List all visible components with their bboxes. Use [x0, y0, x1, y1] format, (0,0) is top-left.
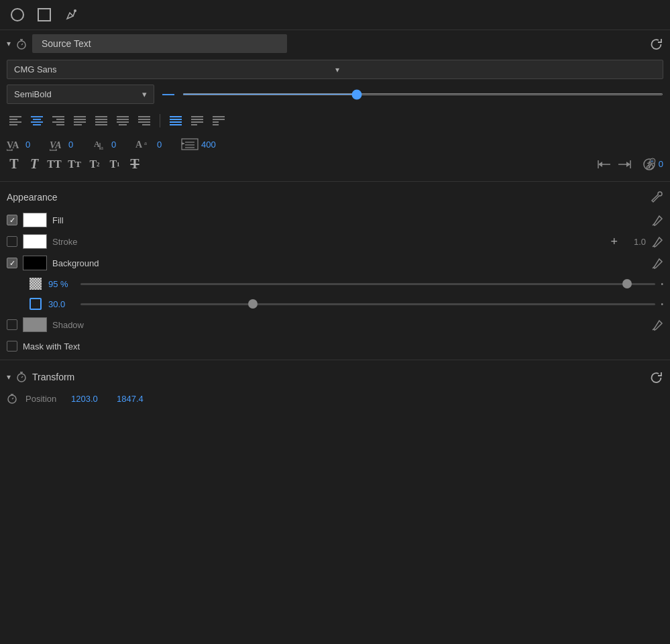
stroke-color-swatch[interactable] — [23, 234, 47, 249]
svg-text:a: a — [101, 144, 103, 151]
reset-icon[interactable] — [650, 36, 663, 50]
transform-section-header: ▾ Transform — [0, 363, 670, 390]
wrench-icon[interactable] — [650, 190, 663, 204]
font-style-chevron: ▾ — [142, 89, 147, 99]
mask-with-text-checkbox[interactable] — [7, 341, 17, 352]
align-left-button[interactable] — [7, 112, 24, 129]
corner-slider-track[interactable] — [80, 303, 655, 305]
stroke-checkbox[interactable] — [7, 236, 17, 247]
kerning-value[interactable]: 0 — [68, 140, 82, 150]
corner-slider-row: 30.0 • — [0, 294, 670, 314]
stopwatch-icon[interactable] — [16, 38, 27, 49]
baseline-value[interactable]: 0 — [111, 140, 125, 150]
fill-checkbox[interactable] — [7, 215, 17, 225]
ellipse-tool-icon[interactable] — [8, 5, 27, 24]
align-right-button[interactable] — [50, 112, 67, 129]
opacity-slider-track[interactable] — [80, 283, 655, 285]
opacity-icon[interactable] — [28, 276, 43, 291]
stroke-value[interactable]: 1.0 — [626, 237, 646, 247]
opacity-slider-options[interactable]: • — [661, 280, 663, 288]
background-row: Background — [0, 252, 670, 274]
font-family-row: CMG Sans ▾ — [0, 57, 670, 82]
glyph-value[interactable]: 0 — [659, 159, 663, 169]
indent-left-button[interactable] — [597, 158, 612, 170]
shadow-label: Shadow — [52, 320, 646, 330]
svg-text:A: A — [135, 140, 143, 150]
stroke-eyedropper[interactable] — [651, 235, 663, 248]
opacity-value[interactable]: 95 % — [48, 279, 75, 289]
scale-value[interactable]: 0 — [157, 140, 170, 150]
svg-line-83 — [21, 376, 23, 378]
corner-slider-options[interactable]: • — [661, 301, 663, 308]
position-label: Position — [25, 394, 66, 404]
shadow-eyedropper[interactable] — [651, 319, 663, 331]
corner-radius-icon[interactable] — [28, 297, 43, 311]
kerning-icon: VA — [50, 138, 66, 151]
tracking-value[interactable]: 0 — [25, 140, 39, 150]
transform-stopwatch-icon[interactable] — [16, 372, 27, 383]
size-minus-button[interactable]: — — [160, 87, 177, 101]
font-style-select[interactable]: SemiBold ▾ — [7, 85, 154, 104]
text-style-row: T T TT TT T2 T1 T あ + 0 — [0, 154, 670, 182]
font-family-chevron: ▾ — [335, 65, 657, 74]
text-style-strikethrough[interactable]: T — [127, 156, 142, 172]
text-style-regular[interactable]: T — [7, 156, 21, 172]
fill-color-swatch[interactable] — [23, 213, 47, 227]
corner-radius-value[interactable]: 30.0 — [48, 299, 75, 309]
svg-rect-60 — [182, 139, 198, 150]
corner-slider-thumb[interactable] — [248, 299, 258, 309]
indent-icon — [181, 138, 199, 151]
indent-value[interactable]: 400 — [201, 140, 221, 150]
font-size-slider[interactable] — [182, 93, 663, 95]
shadow-color-swatch[interactable] — [23, 317, 47, 332]
align-justify-button[interactable] — [71, 112, 89, 129]
align-last-line-button[interactable] — [210, 112, 227, 129]
indent-right-button[interactable] — [617, 158, 632, 170]
position-x-value[interactable]: 1203.0 — [71, 394, 111, 404]
svg-marker-69 — [626, 162, 630, 167]
opacity-slider-thumb[interactable] — [622, 279, 632, 288]
indent-group: 400 — [181, 138, 221, 151]
svg-text:VA: VA — [7, 140, 19, 150]
background-color-swatch[interactable] — [23, 256, 47, 270]
tracking-icon: VA — [7, 138, 23, 151]
font-style-row: SemiBold ▾ — — [0, 82, 670, 107]
collapse-arrow[interactable]: ▾ — [7, 39, 11, 48]
background-eyedropper[interactable] — [651, 257, 663, 270]
svg-point-0 — [11, 9, 23, 21]
opacity-slider-row: 95 % • — [0, 274, 670, 294]
shadow-checkbox[interactable] — [7, 319, 17, 330]
position-y-value[interactable]: 1847.4 — [117, 394, 157, 404]
stroke-row: Stroke + 1.0 — [0, 231, 670, 252]
transform-collapse-arrow[interactable]: ▾ — [7, 372, 11, 382]
scale-group: A a 0 — [135, 138, 170, 151]
transform-reset-icon[interactable] — [650, 370, 663, 384]
baseline-icon: A a — [93, 138, 109, 151]
text-style-allcaps[interactable]: TT — [47, 158, 62, 170]
source-text-bar: Source Text — [32, 34, 287, 53]
fill-label: Fill — [52, 215, 646, 225]
text-style-superscript[interactable]: T2 — [87, 158, 102, 170]
pen-tool-icon[interactable] — [62, 5, 80, 24]
appearance-title: Appearance — [7, 192, 650, 203]
align-justify-last-right-button[interactable] — [135, 112, 153, 129]
align-all-justify-button[interactable] — [167, 112, 184, 129]
rectangle-tool-icon[interactable] — [35, 5, 54, 24]
font-family-select[interactable]: CMG Sans ▾ — [7, 60, 663, 79]
fill-eyedropper[interactable] — [651, 214, 663, 227]
stroke-plus-button[interactable]: + — [608, 235, 620, 249]
align-justify-last-center-button[interactable] — [114, 112, 131, 129]
align-justify-last-left-button[interactable] — [93, 112, 110, 129]
text-style-smallcaps[interactable]: TT — [67, 158, 82, 170]
text-style-subscript[interactable]: T1 — [107, 158, 122, 170]
align-center-button[interactable] — [28, 112, 46, 129]
align-separator — [160, 114, 160, 127]
background-checkbox[interactable] — [7, 258, 17, 268]
mask-with-text-label: Mask with Text — [23, 341, 80, 352]
svg-marker-65 — [182, 142, 184, 145]
align-multiline-button[interactable] — [188, 112, 206, 129]
tracking-group: VA 0 — [7, 138, 39, 151]
text-style-italic[interactable]: T — [27, 156, 42, 172]
font-family-label: CMG Sans — [14, 64, 335, 74]
kerning-group: VA 0 — [50, 138, 82, 151]
